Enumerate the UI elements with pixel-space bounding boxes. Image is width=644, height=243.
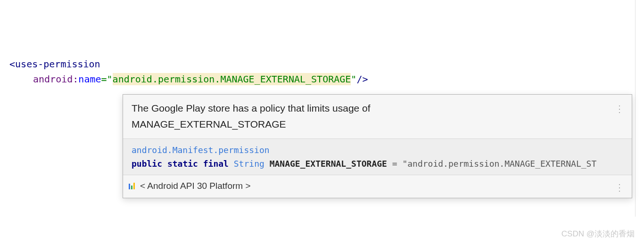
attr-quote-close: " — [351, 73, 356, 85]
keyword-static: static — [167, 159, 198, 169]
tooltip-footer: < Android API 30 Platform > ⋮ — [123, 175, 632, 198]
tooltip-more-actions-icon[interactable]: ⋮ — [615, 101, 624, 116]
attr-colon: : — [73, 73, 78, 85]
attr-equals: = — [101, 73, 107, 85]
attr-value-highlighted[interactable]: android.permission.MANAGE_EXTERNAL_STORA… — [113, 73, 351, 85]
tooltip-body: android.Manifest.permission public stati… — [123, 138, 632, 175]
constant-name: MANAGE_EXTERNAL_STORAGE — [270, 159, 387, 169]
documentation-tooltip: The Google Play store has a policy that … — [123, 94, 632, 198]
xml-tag-name: uses-permission — [15, 58, 100, 70]
watermark-text: CSDN @淡淡的香烟 — [561, 228, 635, 239]
keyword-public: public — [132, 159, 162, 169]
library-icon — [129, 183, 136, 189]
code-line-2[interactable]: android:name="android.permission.MANAGE_… — [9, 72, 644, 87]
tooltip-warning-line2: MANAGE_EXTERNAL_STORAGE — [132, 116, 623, 132]
attr-quote-open: " — [107, 73, 113, 85]
code-editor[interactable]: <uses-permission android:name="android.p… — [0, 0, 644, 87]
code-line-1[interactable]: <uses-permission — [9, 57, 644, 72]
tooltip-header: The Google Play store has a policy that … — [123, 95, 632, 138]
type-string: String — [234, 159, 264, 169]
keyword-final: final — [203, 159, 229, 169]
decl-equals: = — [387, 159, 403, 169]
tag-open-bracket: < — [9, 58, 15, 70]
platform-label: < Android API 30 Platform > — [140, 179, 250, 193]
tag-self-close: /> — [356, 73, 368, 85]
declaration-line: public static final String MANAGE_EXTERN… — [132, 157, 623, 171]
attr-namespace: android — [33, 73, 73, 85]
tooltip-warning-line1: The Google Play store has a policy that … — [132, 100, 623, 116]
tooltip-footer-more-icon[interactable]: ⋮ — [615, 180, 624, 195]
doc-class-link[interactable]: android.Manifest.permission — [132, 145, 270, 155]
decl-string-value: "android.permission.MANAGE_EXTERNAL_ST — [402, 159, 596, 169]
attr-name: name — [78, 73, 101, 85]
